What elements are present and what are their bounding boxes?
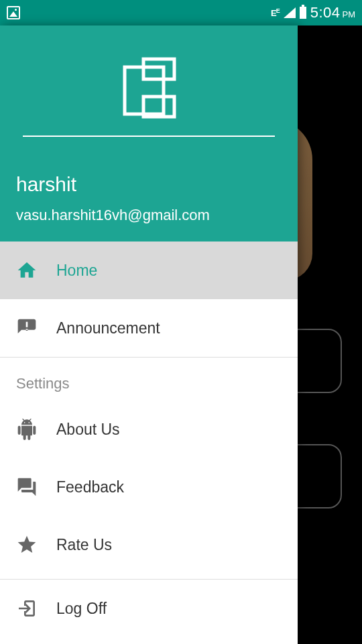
logo-c-icon [117,55,181,119]
nav-item-about[interactable]: About Us [0,400,298,458]
status-left [7,6,20,19]
battery-icon [300,7,306,19]
drawer-username: harshit [16,173,282,196]
signal-icon [284,7,296,18]
header-divider [23,136,275,137]
status-bar: EE 5:04PM [0,0,362,25]
nav-item-feedback[interactable]: Feedback [0,458,298,516]
nav-item-logoff[interactable]: Log Off [0,580,298,637]
app-logo [16,55,282,119]
star-icon [16,534,56,555]
drawer-menu: Home Announcement Settings About Us Feed… [0,241,298,644]
drawer-email: vasu.harshit16vh@gmail.com [16,207,282,224]
nav-label-announcement: Announcement [56,319,160,337]
nav-label-logoff: Log Off [56,600,107,618]
nav-item-home[interactable]: Home [0,241,298,299]
status-right: EE 5:04PM [271,4,355,21]
home-icon [16,260,56,281]
logout-icon [16,598,56,619]
nav-item-announcement[interactable]: Announcement [0,299,298,357]
android-icon [16,419,56,440]
navigation-drawer: harshit vasu.harshit16vh@gmail.com Home … [0,25,298,644]
svg-rect-1 [143,59,174,79]
nav-label-home: Home [56,262,97,280]
logoff-section: Log Off [0,579,298,637]
nav-label-rate: Rate Us [56,536,112,554]
nav-label-feedback: Feedback [56,478,124,496]
network-type-icon: EE [271,7,280,18]
nav-item-rate[interactable]: Rate Us [0,516,298,574]
image-notification-icon [7,6,20,19]
announcement-icon [16,317,56,339]
nav-label-about: About Us [56,421,120,439]
feedback-icon [16,476,56,498]
status-time: 5:04PM [310,4,355,21]
settings-section-title: Settings [0,358,298,400]
drawer-header: harshit vasu.harshit16vh@gmail.com [0,25,298,241]
